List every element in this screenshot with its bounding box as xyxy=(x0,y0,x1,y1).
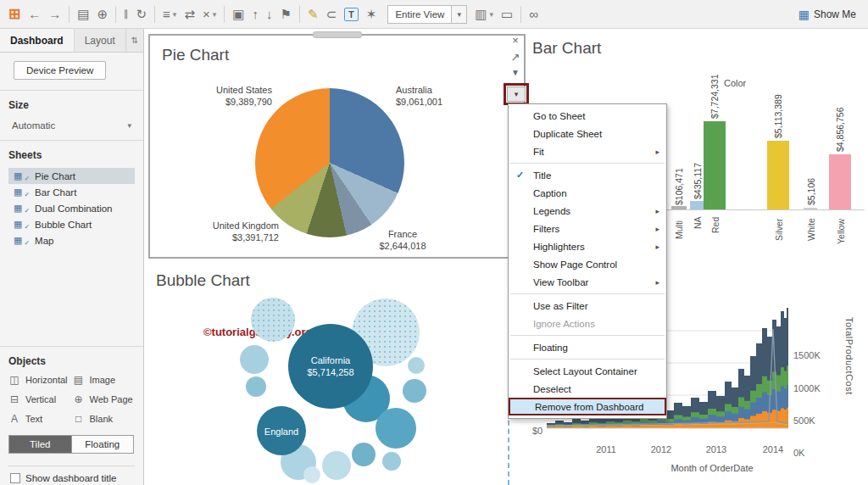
size-dropdown[interactable]: Automatic ▾ xyxy=(8,118,135,133)
bubble[interactable] xyxy=(322,451,351,480)
menu-item-go-to-sheet[interactable]: Go to Sheet xyxy=(509,107,666,125)
bar-red[interactable] xyxy=(704,121,726,209)
text-object-icon[interactable]: T xyxy=(344,8,359,21)
pie-label-name: Australia xyxy=(396,85,474,97)
sheet-item-bubble-chart[interactable]: ▦✓ Bubble Chart xyxy=(8,216,135,232)
object-image[interactable]: ▤ Image xyxy=(73,374,136,386)
menu-item-duplicate-sheet[interactable]: Duplicate Sheet xyxy=(509,125,666,142)
bar-category-label[interactable]: Red xyxy=(710,217,721,233)
bar-silver[interactable] xyxy=(767,141,789,209)
save-icon[interactable]: ▤ xyxy=(77,8,89,20)
menu-item-select-layout-container[interactable]: Select Layout Container xyxy=(509,362,666,380)
go-to-sheet-icon[interactable]: ↗ xyxy=(508,51,523,64)
sheet-item-bar-chart[interactable]: ▦✓ Bar Chart xyxy=(8,184,135,200)
submenu-arrow-icon: ▸ xyxy=(655,242,659,251)
bubble[interactable] xyxy=(403,379,426,403)
sort-descending-icon[interactable]: ↓ xyxy=(266,8,273,20)
paperclip-icon[interactable]: ⊂ xyxy=(326,8,337,20)
object-blank[interactable]: □ Blank xyxy=(73,413,136,425)
fix-axes-icon[interactable]: ✶ xyxy=(366,8,377,20)
bubble[interactable] xyxy=(408,357,425,374)
menu-item-view-toolbar[interactable]: View Toolbar▸ xyxy=(509,273,666,291)
sidebar-tabs: Dashboard Layout ⇅ xyxy=(0,29,143,53)
dashboard-sidebar: Dashboard Layout ⇅ Device Preview Size A… xyxy=(0,29,144,485)
bubble[interactable] xyxy=(246,376,266,397)
menu-item-highlighters[interactable]: Highlighters▸ xyxy=(509,237,666,255)
show-hide-cards-icon[interactable]: ▥ xyxy=(475,8,487,20)
tab-dashboard[interactable]: Dashboard xyxy=(0,29,75,52)
object-text[interactable]: A Text xyxy=(8,413,71,425)
menu-item-legends[interactable]: Legends▸ xyxy=(509,202,666,220)
menu-item-title[interactable]: ✓Title xyxy=(509,166,666,184)
menu-separator xyxy=(510,359,665,360)
show-labels-icon[interactable]: ⚑ xyxy=(280,8,291,20)
tab-layout[interactable]: Layout xyxy=(75,29,126,52)
menu-item-floating[interactable]: Floating xyxy=(509,338,666,356)
floating-button[interactable]: Floating xyxy=(71,436,134,453)
menu-item-remove-from-dashboard[interactable]: Remove from Dashboard xyxy=(509,398,666,415)
menu-item-label: Legends xyxy=(533,206,570,216)
clear-sheet-icon[interactable]: × xyxy=(203,8,210,20)
bubble[interactable] xyxy=(352,443,376,466)
bar-category-label[interactable]: Silver xyxy=(774,219,784,241)
group-members-icon[interactable]: ▣ xyxy=(232,8,244,20)
tab-expander-icon[interactable]: ⇅ xyxy=(126,29,143,52)
close-panel-icon[interactable]: × xyxy=(508,34,523,47)
pause-updates-icon[interactable]: ∥ xyxy=(124,9,129,19)
bubble[interactable] xyxy=(382,452,401,471)
redo-icon[interactable]: → xyxy=(48,8,61,20)
menu-item-use-as-filter[interactable]: Use as Filter xyxy=(509,297,666,315)
refresh-icon[interactable]: ↻ xyxy=(136,8,147,20)
bubble[interactable] xyxy=(251,298,295,342)
bar-category-label[interactable]: White xyxy=(806,218,816,241)
undo-icon[interactable]: ← xyxy=(28,8,41,20)
bar-category-label[interactable]: NA xyxy=(693,216,703,229)
object-horizontal[interactable]: ◫ Horizontal xyxy=(8,374,71,386)
object-web-page[interactable]: ⊕ Web Page xyxy=(73,393,136,405)
bubble[interactable] xyxy=(376,408,416,449)
bar-value-label: $435,117 xyxy=(693,163,703,199)
object-vertical[interactable]: ⊟ Vertical xyxy=(8,393,71,405)
pie-chart-panel[interactable]: Pie Chart United States $9,389,790 Austr… xyxy=(148,34,526,259)
bar-category-label[interactable]: Yellow xyxy=(836,219,846,244)
presentation-mode-icon[interactable]: ▭ xyxy=(501,8,513,20)
view-cards-caret-icon[interactable]: ▾ xyxy=(173,10,177,19)
bar-yellow[interactable] xyxy=(829,154,851,209)
menu-item-filters[interactable]: Filters▸ xyxy=(509,220,666,237)
bubble-name: California xyxy=(295,354,366,366)
menu-item-fit[interactable]: Fit▸ xyxy=(509,142,666,160)
menu-item-deselect[interactable]: Deselect xyxy=(509,380,666,398)
add-datasource-icon[interactable]: ⊕ xyxy=(97,8,108,20)
pie-label-value: $9,061,001 xyxy=(396,97,474,109)
menu-item-show-page-control[interactable]: Show Page Control xyxy=(509,255,666,273)
share-icon[interactable]: ∞ xyxy=(529,8,538,20)
tableau-logo-icon[interactable]: ⊞ xyxy=(8,7,20,21)
menu-item-label: Select Layout Container xyxy=(533,366,637,376)
bar-category-label[interactable]: Multi xyxy=(674,220,684,239)
show-hide-cards-caret-icon[interactable]: ▾ xyxy=(490,10,494,19)
sheet-item-dual-combination[interactable]: ▦✓ Dual Combination xyxy=(8,200,135,216)
bubble[interactable] xyxy=(303,466,320,483)
object-label: Web Page xyxy=(90,394,133,404)
bubble-chart-title: Bubble Chart xyxy=(156,271,250,290)
sort-ascending-icon[interactable]: ↑ xyxy=(252,8,259,20)
view-cards-icon[interactable]: ≡ xyxy=(163,8,170,20)
highlight-icon[interactable]: ✎ xyxy=(308,8,319,20)
device-preview-section: Device Preview xyxy=(0,53,143,91)
sheet-item-map[interactable]: ▦✓ Map xyxy=(8,232,135,248)
use-as-filter-icon[interactable]: ▼ xyxy=(508,68,523,77)
show-me-button[interactable]: ▦ Show Me xyxy=(798,8,860,21)
toolbar-separator xyxy=(520,6,521,23)
tiled-button[interactable]: Tiled xyxy=(9,436,71,453)
panel-drag-handle[interactable] xyxy=(313,31,362,38)
clear-sheet-caret-icon[interactable]: ▾ xyxy=(213,10,217,19)
fit-selector-caret-icon[interactable]: ▾ xyxy=(451,6,466,23)
show-dashboard-title-checkbox[interactable] xyxy=(10,473,20,483)
device-preview-button[interactable]: Device Preview xyxy=(14,61,106,80)
sheet-item-pie-chart[interactable]: ▦✓ Pie Chart xyxy=(8,168,135,184)
pie-chart-graphic[interactable] xyxy=(255,88,404,237)
fit-selector[interactable]: Entire View ▾ xyxy=(387,5,467,24)
menu-item-caption[interactable]: Caption xyxy=(509,184,666,202)
swap-axes-icon[interactable]: ⇄ xyxy=(184,8,195,20)
bubble[interactable] xyxy=(240,345,269,374)
